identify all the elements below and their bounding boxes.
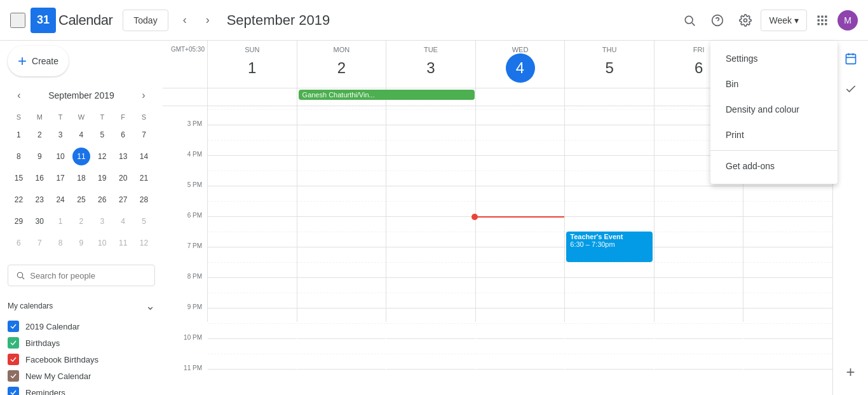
grid-col-0[interactable]	[207, 106, 297, 322]
mini-day-header-thu: T	[92, 111, 112, 123]
grid-col-2[interactable]	[386, 106, 475, 322]
mini-day[interactable]: 19	[93, 169, 111, 187]
help-button[interactable]	[705, 8, 730, 33]
svg-rect-11	[818, 23, 820, 25]
mini-day[interactable]: 2	[31, 126, 48, 144]
mini-day[interactable]: 10	[93, 234, 111, 252]
svg-point-0	[686, 16, 693, 24]
mini-day[interactable]: 5	[135, 212, 153, 230]
app-icon: 31	[31, 8, 56, 33]
mini-day[interactable]: 4	[114, 212, 132, 230]
allday-event-ganesh[interactable]: Ganesh Chaturthi/Vin...	[299, 90, 475, 100]
mini-day[interactable]: 1	[10, 126, 27, 144]
search-people-field[interactable]	[8, 265, 155, 286]
calendar-item-birthdays[interactable]: Birthdays	[8, 335, 155, 351]
calendar-checkbox-birthdays[interactable]	[8, 337, 19, 349]
mini-day-header-wed: W	[72, 111, 92, 123]
mini-day[interactable]: 5	[93, 126, 111, 144]
calendar-item-fbbirthdays[interactable]: Facebook Birthdays	[8, 351, 155, 368]
calendar-label-newmycal: New My Calendar	[25, 371, 91, 381]
mini-next-button[interactable]: ›	[135, 87, 153, 104]
mini-day[interactable]: 2	[72, 212, 90, 230]
mini-day[interactable]: 11	[72, 148, 90, 165]
mini-day[interactable]: 6	[114, 126, 132, 144]
calendar-checkbox-fbbirthdays[interactable]	[8, 354, 19, 365]
grid-col-3[interactable]	[475, 106, 565, 322]
header-icons: Week ▾ M	[677, 8, 858, 33]
today-button[interactable]: Today	[123, 10, 168, 31]
dropdown-item-print[interactable]: Print	[710, 122, 837, 148]
calendar-checkbox-newmycal[interactable]	[8, 370, 19, 382]
mini-day[interactable]: 28	[135, 191, 153, 209]
svg-line-15	[22, 277, 24, 279]
event-teachers[interactable]: Teacher's Event6:30 – 7:30pm	[566, 232, 653, 262]
mini-day[interactable]: 8	[10, 148, 27, 165]
calendar-item-cal2019[interactable]: 2019 Calendar	[8, 318, 155, 335]
mini-day[interactable]: 1	[51, 212, 69, 230]
mini-day[interactable]: 13	[114, 148, 132, 165]
grid-col-4[interactable]: Teacher's Event6:30 – 7:30pm	[564, 106, 654, 322]
mini-prev-button[interactable]: ‹	[10, 87, 28, 104]
grid-col-1[interactable]	[297, 106, 386, 322]
mini-day[interactable]: 18	[72, 169, 90, 187]
mini-day[interactable]: 4	[72, 126, 90, 144]
mini-day[interactable]: 17	[51, 169, 69, 187]
my-calendars-header[interactable]: My calendars ⌄	[8, 296, 155, 315]
mini-day[interactable]: 14	[135, 148, 153, 165]
mini-day[interactable]: 8	[51, 234, 69, 252]
next-button[interactable]: ›	[196, 9, 219, 32]
dropdown-item-bin[interactable]: Bin	[710, 71, 837, 97]
top-header: 31 Calendar Today ‹ › September 2019 Wee…	[0, 0, 868, 41]
mini-day[interactable]: 27	[114, 191, 132, 209]
mini-day[interactable]: 12	[93, 148, 111, 165]
mini-day[interactable]: 11	[114, 234, 132, 252]
mini-day[interactable]: 26	[93, 191, 111, 209]
dropdown-item-addons[interactable]: Get add-ons	[710, 153, 837, 179]
mini-day[interactable]: 12	[135, 234, 153, 252]
search-people-input[interactable]	[30, 271, 147, 281]
right-icon-calendar[interactable]	[838, 46, 864, 71]
mini-day[interactable]: 7	[135, 126, 153, 144]
mini-day[interactable]: 20	[114, 169, 132, 187]
mini-day[interactable]: 7	[31, 234, 48, 252]
dropdown-item-density[interactable]: Density and colour	[710, 97, 837, 122]
mini-day[interactable]: 23	[31, 191, 48, 209]
mini-day[interactable]: 16	[31, 169, 48, 187]
day-header-sun: SUN 1	[207, 41, 297, 88]
calendar-checkbox-cal2019[interactable]	[8, 321, 19, 332]
mini-day[interactable]: 25	[72, 191, 90, 209]
dropdown-item-settings[interactable]: Settings	[710, 46, 837, 71]
right-icon-check[interactable]	[838, 76, 864, 102]
settings-button[interactable]	[733, 8, 758, 33]
mini-day[interactable]: 21	[135, 169, 153, 187]
time-label-6: 6 PM	[163, 212, 207, 242]
mini-day[interactable]: 24	[51, 191, 69, 209]
calendar-checkbox-reminders[interactable]	[8, 387, 19, 395]
apps-button[interactable]	[810, 8, 835, 33]
plus-icon: +	[18, 52, 27, 70]
search-button[interactable]	[677, 8, 702, 33]
gmt-label: GMT+05:30	[163, 41, 207, 88]
right-icon-add[interactable]: +	[838, 359, 864, 385]
time-label-9: 9 PM	[163, 303, 207, 334]
allday-cell-mon[interactable]: Ganesh Chaturthi/Vin...	[297, 88, 386, 106]
mini-day[interactable]: 10	[51, 148, 69, 165]
mini-day[interactable]: 15	[10, 169, 27, 187]
mini-day[interactable]: 29	[10, 212, 27, 230]
mini-day[interactable]: 3	[51, 126, 69, 144]
mini-day[interactable]: 30	[31, 212, 48, 230]
calendar-item-newmycal[interactable]: New My Calendar	[8, 368, 155, 384]
prev-button[interactable]: ‹	[173, 9, 196, 32]
mini-day[interactable]: 6	[10, 234, 27, 252]
calendar-item-reminders[interactable]: Reminders	[8, 384, 155, 395]
mini-day[interactable]: 22	[10, 191, 27, 209]
create-button[interactable]: + Create	[8, 46, 69, 76]
mini-day[interactable]: 9	[31, 148, 48, 165]
mini-day[interactable]: 3	[93, 212, 111, 230]
app-title: Calendar	[58, 12, 112, 29]
avatar[interactable]: M	[837, 10, 858, 31]
view-selector[interactable]: Week ▾	[761, 10, 807, 31]
mini-day[interactable]: 9	[72, 234, 90, 252]
menu-button[interactable]	[10, 13, 25, 28]
mini-day-header-fri: F	[113, 111, 133, 123]
